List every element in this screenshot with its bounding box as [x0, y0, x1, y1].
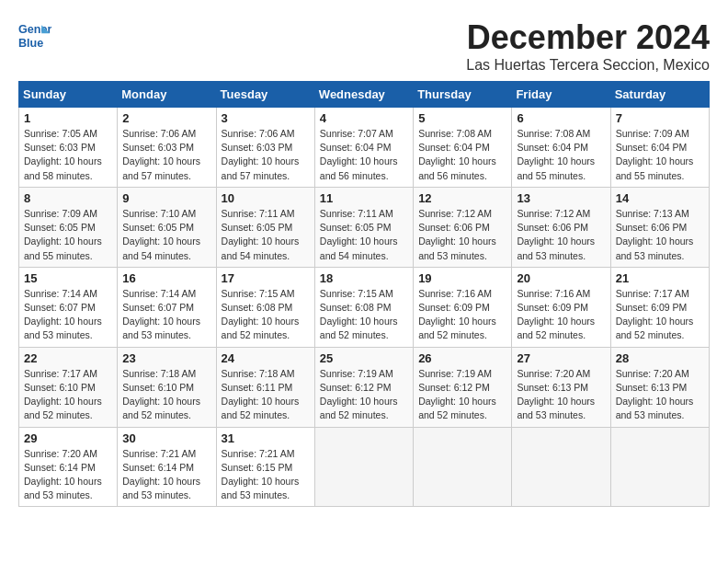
day-info: Sunrise: 7:17 AMSunset: 6:09 PMDaylight:… [616, 287, 704, 343]
day-info: Sunrise: 7:21 AMSunset: 6:14 PMDaylight:… [122, 447, 210, 503]
calendar-day-cell: 27Sunrise: 7:20 AMSunset: 6:13 PMDayligh… [512, 347, 610, 427]
calendar-day-cell: 9Sunrise: 7:10 AMSunset: 6:05 PMDaylight… [118, 187, 216, 267]
weekday-header: Monday [118, 82, 216, 108]
day-info: Sunrise: 7:09 AMSunset: 6:04 PMDaylight:… [616, 127, 704, 183]
day-number: 3 [222, 111, 310, 125]
calendar-day-cell: 28Sunrise: 7:20 AMSunset: 6:13 PMDayligh… [610, 347, 709, 427]
day-info: Sunrise: 7:08 AMSunset: 6:04 PMDaylight:… [517, 127, 605, 183]
calendar-day-cell: 18Sunrise: 7:15 AMSunset: 6:08 PMDayligh… [314, 267, 413, 347]
day-info: Sunrise: 7:19 AMSunset: 6:12 PMDaylight:… [418, 367, 506, 423]
day-number: 2 [122, 111, 210, 125]
day-info: Sunrise: 7:11 AMSunset: 6:05 PMDaylight:… [222, 207, 310, 263]
day-info: Sunrise: 7:09 AMSunset: 6:05 PMDaylight:… [24, 207, 112, 263]
day-number: 21 [616, 271, 704, 285]
day-info: Sunrise: 7:21 AMSunset: 6:15 PMDaylight:… [222, 447, 310, 503]
calendar-day-cell: 5Sunrise: 7:08 AMSunset: 6:04 PMDaylight… [414, 108, 512, 188]
calendar-day-cell: 12Sunrise: 7:12 AMSunset: 6:06 PMDayligh… [414, 187, 512, 267]
calendar-day-cell: 24Sunrise: 7:18 AMSunset: 6:11 PMDayligh… [216, 347, 314, 427]
day-info: Sunrise: 7:14 AMSunset: 6:07 PMDaylight:… [24, 287, 112, 343]
day-number: 8 [24, 191, 112, 205]
day-number: 29 [24, 431, 112, 445]
day-info: Sunrise: 7:20 AMSunset: 6:13 PMDaylight:… [517, 367, 605, 423]
day-info: Sunrise: 7:15 AMSunset: 6:08 PMDaylight:… [320, 287, 408, 343]
calendar-day-cell: 4Sunrise: 7:07 AMSunset: 6:04 PMDaylight… [314, 108, 413, 188]
calendar-day-cell [512, 427, 610, 507]
calendar-week-row: 29Sunrise: 7:20 AMSunset: 6:14 PMDayligh… [19, 427, 710, 507]
page-header: General Blue December 2024 Las Huertas T… [18, 18, 710, 74]
day-number: 16 [122, 271, 210, 285]
calendar-day-cell: 19Sunrise: 7:16 AMSunset: 6:09 PMDayligh… [414, 267, 512, 347]
day-info: Sunrise: 7:13 AMSunset: 6:06 PMDaylight:… [616, 207, 704, 263]
calendar-day-cell: 22Sunrise: 7:17 AMSunset: 6:10 PMDayligh… [19, 347, 118, 427]
day-number: 25 [320, 351, 408, 365]
day-info: Sunrise: 7:14 AMSunset: 6:07 PMDaylight:… [122, 287, 210, 343]
day-info: Sunrise: 7:11 AMSunset: 6:05 PMDaylight:… [320, 207, 408, 263]
day-info: Sunrise: 7:08 AMSunset: 6:04 PMDaylight:… [418, 127, 506, 183]
day-info: Sunrise: 7:06 AMSunset: 6:03 PMDaylight:… [222, 127, 310, 183]
calendar-day-cell: 25Sunrise: 7:19 AMSunset: 6:12 PMDayligh… [314, 347, 413, 427]
day-number: 20 [517, 271, 605, 285]
day-number: 14 [616, 191, 704, 205]
day-info: Sunrise: 7:12 AMSunset: 6:06 PMDaylight:… [517, 207, 605, 263]
logo: General Blue [18, 18, 55, 52]
day-info: Sunrise: 7:19 AMSunset: 6:12 PMDaylight:… [320, 367, 408, 423]
day-info: Sunrise: 7:18 AMSunset: 6:11 PMDaylight:… [222, 367, 310, 423]
day-number: 26 [418, 351, 506, 365]
weekday-header: Saturday [610, 82, 709, 108]
calendar-day-cell: 13Sunrise: 7:12 AMSunset: 6:06 PMDayligh… [512, 187, 610, 267]
day-number: 5 [418, 111, 506, 125]
calendar-day-cell: 1Sunrise: 7:05 AMSunset: 6:03 PMDaylight… [19, 108, 118, 188]
calendar-week-row: 22Sunrise: 7:17 AMSunset: 6:10 PMDayligh… [19, 347, 710, 427]
day-number: 27 [517, 351, 605, 365]
day-info: Sunrise: 7:18 AMSunset: 6:10 PMDaylight:… [122, 367, 210, 423]
calendar-day-cell: 20Sunrise: 7:16 AMSunset: 6:09 PMDayligh… [512, 267, 610, 347]
day-number: 15 [24, 271, 112, 285]
day-info: Sunrise: 7:12 AMSunset: 6:06 PMDaylight:… [418, 207, 506, 263]
weekday-header: Friday [512, 82, 610, 108]
calendar-day-cell: 16Sunrise: 7:14 AMSunset: 6:07 PMDayligh… [118, 267, 216, 347]
calendar-day-cell: 3Sunrise: 7:06 AMSunset: 6:03 PMDaylight… [216, 108, 314, 188]
weekday-header: Sunday [19, 82, 118, 108]
calendar-day-cell: 11Sunrise: 7:11 AMSunset: 6:05 PMDayligh… [314, 187, 413, 267]
logo-icon: General Blue [18, 18, 51, 52]
day-info: Sunrise: 7:20 AMSunset: 6:13 PMDaylight:… [616, 367, 704, 423]
day-info: Sunrise: 7:10 AMSunset: 6:05 PMDaylight:… [122, 207, 210, 263]
day-number: 7 [616, 111, 704, 125]
calendar-day-cell: 31Sunrise: 7:21 AMSunset: 6:15 PMDayligh… [216, 427, 314, 507]
weekday-header: Thursday [414, 82, 512, 108]
calendar-day-cell: 30Sunrise: 7:21 AMSunset: 6:14 PMDayligh… [118, 427, 216, 507]
calendar-week-row: 15Sunrise: 7:14 AMSunset: 6:07 PMDayligh… [19, 267, 710, 347]
svg-text:General: General [18, 23, 51, 36]
day-number: 22 [24, 351, 112, 365]
calendar-week-row: 8Sunrise: 7:09 AMSunset: 6:05 PMDaylight… [19, 187, 710, 267]
month-title: December 2024 [466, 18, 710, 57]
day-info: Sunrise: 7:06 AMSunset: 6:03 PMDaylight:… [122, 127, 210, 183]
svg-text:Blue: Blue [18, 37, 43, 50]
calendar-day-cell [414, 427, 512, 507]
day-number: 24 [222, 351, 310, 365]
day-number: 18 [320, 271, 408, 285]
day-info: Sunrise: 7:05 AMSunset: 6:03 PMDaylight:… [24, 127, 112, 183]
location-title: Las Huertas Tercera Seccion, Mexico [466, 57, 710, 74]
day-number: 6 [517, 111, 605, 125]
weekday-header: Wednesday [314, 82, 413, 108]
day-number: 30 [122, 431, 210, 445]
calendar-day-cell: 10Sunrise: 7:11 AMSunset: 6:05 PMDayligh… [216, 187, 314, 267]
day-number: 19 [418, 271, 506, 285]
day-info: Sunrise: 7:16 AMSunset: 6:09 PMDaylight:… [517, 287, 605, 343]
calendar-day-cell [314, 427, 413, 507]
calendar-day-cell: 8Sunrise: 7:09 AMSunset: 6:05 PMDaylight… [19, 187, 118, 267]
day-number: 9 [122, 191, 210, 205]
day-number: 4 [320, 111, 408, 125]
day-number: 13 [517, 191, 605, 205]
calendar-day-cell: 6Sunrise: 7:08 AMSunset: 6:04 PMDaylight… [512, 108, 610, 188]
day-number: 12 [418, 191, 506, 205]
day-number: 11 [320, 191, 408, 205]
day-info: Sunrise: 7:16 AMSunset: 6:09 PMDaylight:… [418, 287, 506, 343]
calendar-week-row: 1Sunrise: 7:05 AMSunset: 6:03 PMDaylight… [19, 108, 710, 188]
weekday-header-row: SundayMondayTuesdayWednesdayThursdayFrid… [19, 82, 710, 108]
calendar-day-cell: 2Sunrise: 7:06 AMSunset: 6:03 PMDaylight… [118, 108, 216, 188]
calendar-day-cell: 7Sunrise: 7:09 AMSunset: 6:04 PMDaylight… [610, 108, 709, 188]
day-number: 1 [24, 111, 112, 125]
calendar-day-cell: 14Sunrise: 7:13 AMSunset: 6:06 PMDayligh… [610, 187, 709, 267]
